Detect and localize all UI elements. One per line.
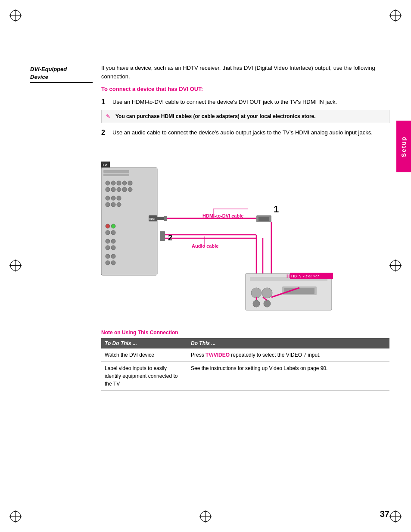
col1-header: To Do This ... [101,338,187,348]
step-2: 2 Use an audio cable to connect the devi… [101,128,389,137]
hdtv-receiver-label: HDTV Receiver [286,274,321,279]
note-box: ✎ You can purchase HDMI cables (or cable… [101,110,389,123]
svg-point-34 [122,187,127,192]
col2-header: Do This ... [187,338,389,348]
svg-text:TV: TV [102,163,107,167]
svg-point-76 [264,300,271,307]
svg-point-35 [128,187,132,192]
note-section: Note on Using This Connection To Do This… [101,330,389,391]
diagram-area: TV HDMI [101,162,342,321]
note-text: You can purchase HDMI cables (or cable a… [115,113,316,120]
svg-rect-25 [103,174,129,176]
svg-point-32 [111,187,115,192]
table-cell-col2-1: Press TV/VIDEO repeatedly to select the … [187,348,389,362]
svg-point-48 [106,239,110,243]
setup-tab: Setup [396,121,411,172]
svg-point-50 [106,246,110,250]
hdmi-cable-label: HDMI-to-DVI cable [202,213,243,218]
svg-rect-58 [164,216,167,221]
svg-point-72 [262,288,272,298]
setup-tab-label: Setup [400,136,407,157]
step-1-number: 1 [101,98,110,107]
svg-rect-60 [258,217,269,221]
svg-point-27 [111,181,115,185]
table-cell-col2-2: See the instructions for setting up Vide… [187,362,389,391]
diagram-svg: TV HDMI [101,162,342,321]
highlight-tv-video: TV/VIDEO [206,352,230,358]
svg-point-75 [253,300,260,307]
svg-point-41 [106,202,110,207]
page-number: 37 [380,509,389,519]
table-cell-col1-1: Watch the DVI device [101,348,187,362]
svg-point-31 [106,187,110,192]
table-cell-col1-2: Label video inputs to easily identify eq… [101,362,187,391]
svg-point-30 [128,181,132,185]
section-title: DVI-Equipped Device [30,65,93,83]
section-title-text: DVI-Equipped Device [30,65,93,83]
svg-point-38 [106,196,110,200]
svg-point-47 [111,230,115,235]
svg-point-54 [106,261,110,265]
note-section-heading: Note on Using This Connection [101,330,389,336]
reg-mark-bl [8,509,23,524]
svg-point-46 [106,230,110,235]
svg-point-49 [111,239,115,243]
svg-text:HDMI: HDMI [149,218,155,220]
svg-point-39 [111,196,115,200]
step-1-text: Use an HDMI-to-DVI cable to connect the … [112,98,337,106]
svg-point-29 [122,181,127,185]
svg-point-26 [106,181,110,185]
audio-cable-label: Audio cable [192,243,218,249]
svg-point-52 [106,254,110,258]
svg-text:2: 2 [168,233,172,242]
reg-mark-tl [8,8,23,23]
svg-point-51 [111,246,115,250]
page-content: DVI-Equipped Device If you have a device… [30,47,389,498]
subheading: To connect a device that has DVI OUT: [101,85,389,93]
main-description: If you have a device, such as an HDTV re… [101,64,389,141]
svg-point-42 [111,202,115,207]
svg-point-28 [117,181,121,185]
svg-point-43 [117,202,121,207]
info-table: To Do This ... Do This ... Watch the DVI… [101,338,389,391]
reg-mark-br [388,509,403,524]
svg-point-33 [117,187,121,192]
reg-mark-tr [388,8,403,23]
svg-point-40 [117,196,121,200]
svg-point-45 [111,224,115,228]
svg-rect-24 [103,170,129,173]
table-row: Watch the DVI device Press TV/VIDEO repe… [101,348,389,362]
intro-text: If you have a device, such as an HDTV re… [101,64,389,81]
svg-rect-67 [160,231,165,241]
table-header-row: To Do This ... Do This ... [101,338,389,348]
step-2-text: Use an audio cable to connect the device… [112,128,373,137]
reg-mark-ml [8,258,23,274]
step-2-number: 2 [101,128,110,137]
reg-mark-bc [198,509,213,524]
svg-point-44 [106,224,110,228]
svg-point-53 [111,254,115,258]
svg-text:1: 1 [274,204,279,215]
svg-point-71 [251,288,262,298]
svg-point-55 [111,261,115,265]
reg-mark-mr [388,258,403,274]
table-row: Label video inputs to easily identify eq… [101,362,389,391]
step-1: 1 Use an HDMI-to-DVI cable to connect th… [101,98,389,107]
note-icon: ✎ [106,113,113,119]
